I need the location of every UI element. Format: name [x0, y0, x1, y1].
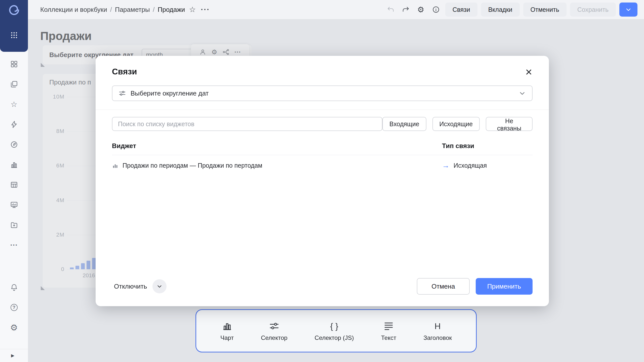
- filter-outgoing-button[interactable]: Исходящие: [432, 117, 480, 131]
- disable-dropdown-button[interactable]: [152, 279, 167, 293]
- filter-unrelated-button[interactable]: Не связаны: [486, 117, 533, 131]
- text-lines-icon: [383, 320, 394, 332]
- sidebar-collapse-toggle[interactable]: ▶: [0, 349, 28, 362]
- row-relation-type: Исходящая: [454, 162, 487, 169]
- nav-tables-icon[interactable]: [9, 180, 20, 189]
- breadcrumb-collections[interactable]: Коллекции и воркбуки: [40, 6, 107, 14]
- collapse-arrow-icon: ▶: [11, 353, 14, 358]
- save-dropdown-button[interactable]: [619, 3, 637, 17]
- chevron-down-icon: [518, 89, 526, 97]
- chart-icon: [222, 320, 232, 332]
- divider: [96, 110, 549, 110]
- column-relation-type: Тип связи: [442, 142, 533, 150]
- info-icon[interactable]: [430, 4, 442, 15]
- nav-collections-icon[interactable]: [9, 80, 20, 88]
- nav-dashboards-icon[interactable]: [9, 201, 20, 209]
- apply-button[interactable]: Применить: [476, 278, 533, 295]
- close-icon[interactable]: ×: [522, 65, 535, 78]
- relations-table-header: Виджет Тип связи: [112, 142, 533, 150]
- settings-gear-icon[interactable]: ⚙: [9, 323, 20, 332]
- nav-storage-icon[interactable]: [9, 221, 20, 229]
- outgoing-arrow-icon: →: [442, 162, 450, 169]
- relations-dialog: Связи × Выберите округление дат Входящие…: [96, 56, 549, 306]
- relations-button[interactable]: Связи: [445, 3, 477, 17]
- nav-quick-actions-icon[interactable]: [9, 120, 20, 129]
- dialog-title: Связи: [112, 56, 533, 76]
- favorite-star-icon[interactable]: ☆: [189, 6, 196, 13]
- widget-chart-icon: [112, 162, 118, 169]
- column-widget: Виджет: [112, 142, 442, 150]
- nav-objects-icon[interactable]: [9, 60, 20, 68]
- panel-item-heading[interactable]: H Заголовок: [423, 320, 452, 341]
- sliders-icon: [118, 89, 126, 97]
- dialog-widget-select[interactable]: Выберите округление дат: [112, 85, 533, 101]
- settings-gear-icon[interactable]: ⚙: [415, 4, 427, 15]
- nav-favorites-icon[interactable]: ☆: [9, 100, 20, 109]
- save-button[interactable]: Сохранить: [570, 3, 616, 17]
- tabs-button[interactable]: Вкладки: [481, 3, 520, 17]
- search-input[interactable]: [112, 117, 382, 131]
- redo-icon[interactable]: [400, 4, 412, 15]
- sidebar-nav: ☆: [0, 52, 28, 249]
- cancel-button[interactable]: Отмена: [417, 278, 469, 295]
- top-header: Коллекции и воркбуки / Параметры / Прода…: [28, 0, 644, 19]
- search-filter-row: Входящие Исходящие Не связаны: [112, 117, 533, 131]
- sliders-icon: [269, 320, 279, 332]
- heading-icon: H: [434, 320, 441, 332]
- cancel-edit-button[interactable]: Отменить: [523, 3, 567, 17]
- datalens-logo[interactable]: [8, 4, 21, 17]
- breadcrumb: Коллекции и воркбуки / Параметры / Прода…: [40, 6, 185, 14]
- breadcrumb-current: Продажи: [158, 6, 185, 14]
- help-icon[interactable]: ?: [9, 303, 20, 312]
- apps-menu-icon[interactable]: [9, 30, 20, 41]
- nav-more-icon[interactable]: ···: [9, 241, 20, 249]
- sidebar-lower: ? ⚙: [0, 283, 28, 332]
- panel-item-selector[interactable]: Селектор: [261, 320, 287, 341]
- panel-item-chart[interactable]: Чарт: [220, 320, 234, 341]
- panel-item-text[interactable]: Текст: [381, 320, 396, 341]
- header-actions: ⚙ Связи Вкладки Отменить Сохранить: [385, 3, 637, 17]
- relation-filters: Входящие Исходящие Не связаны: [382, 117, 533, 131]
- add-widget-panel: Чарт Селектор { } Селектор (JS) Текст H …: [195, 309, 477, 352]
- row-widget-name: Продажи по периодам — Продажи по пертода…: [123, 162, 262, 169]
- table-row[interactable]: Продажи по периодам — Продажи по пертода…: [112, 155, 533, 176]
- filter-incoming-button[interactable]: Входящие: [382, 117, 426, 131]
- sidebar-brand-block: [0, 0, 28, 52]
- braces-icon: { }: [330, 320, 338, 332]
- breadcrumb-more-icon[interactable]: ···: [201, 5, 210, 14]
- notifications-bell-icon[interactable]: [9, 283, 20, 292]
- sidebar: ☆: [0, 0, 28, 362]
- dialog-footer: Отключить Отмена Применить: [112, 278, 533, 295]
- nav-compass-icon[interactable]: [9, 140, 20, 149]
- disable-button[interactable]: Отключить: [112, 283, 149, 290]
- undo-icon[interactable]: [385, 4, 396, 15]
- panel-item-selector-js[interactable]: { } Селектор (JS): [315, 320, 354, 341]
- breadcrumb-parameters[interactable]: Параметры: [115, 6, 150, 14]
- nav-charts-icon[interactable]: [9, 160, 20, 169]
